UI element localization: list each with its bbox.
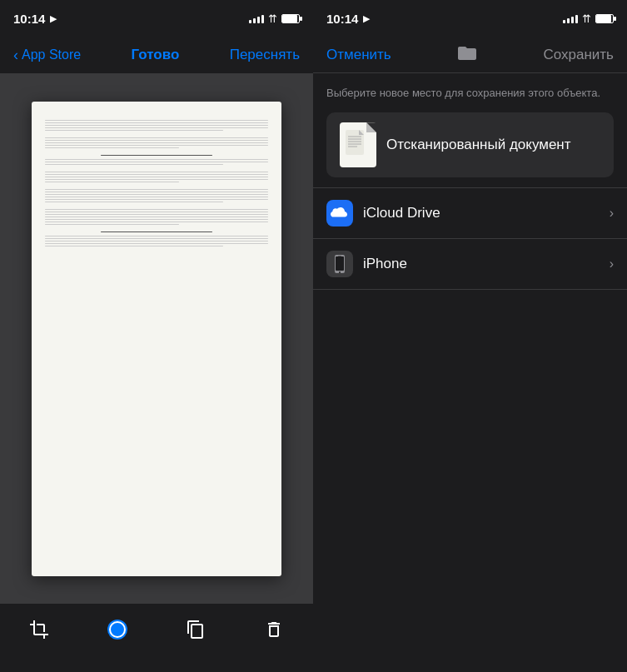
doc-line <box>45 212 268 212</box>
bar2 <box>567 18 570 23</box>
svg-point-13 <box>339 271 341 273</box>
icloud-drive-chevron-icon: › <box>610 206 614 221</box>
icloud-drive-icon <box>326 200 353 226</box>
doc-line <box>45 224 179 225</box>
scanned-doc-label: Отсканированный документ <box>386 137 571 153</box>
doc-line <box>45 197 268 197</box>
description-text: Выберите новое место для сохранения этог… <box>326 87 600 99</box>
description-area: Выберите новое место для сохранения этог… <box>313 73 627 109</box>
nav-center <box>458 45 476 64</box>
back-label: App Store <box>22 47 81 62</box>
duplicate-button[interactable] <box>177 611 214 648</box>
right-status-right: ⇈ <box>563 12 614 25</box>
iphone-left: iPhone <box>326 251 407 277</box>
doc-line <box>45 174 268 175</box>
doc-paragraph-5 <box>45 189 268 202</box>
doc-line <box>45 145 268 146</box>
icloud-drive-item[interactable]: iCloud Drive › <box>313 187 627 239</box>
right-status-left: 10:14 ▶ <box>326 12 370 26</box>
iphone-chevron-icon: › <box>610 256 614 271</box>
battery-icon <box>281 14 300 23</box>
storage-list: iCloud Drive › iPhone › <box>313 187 627 290</box>
ready-button[interactable]: Готово <box>131 47 179 63</box>
right-battery-icon <box>595 14 614 23</box>
cancel-button[interactable]: Отменить <box>326 47 391 63</box>
doc-line <box>45 238 268 239</box>
wifi-icon: ⇈ <box>268 12 277 25</box>
doc-paragraph-4 <box>45 172 268 182</box>
document-paper <box>32 102 281 576</box>
iphone-label: iPhone <box>363 256 407 272</box>
doc-paragraph-2 <box>45 137 268 148</box>
iphone-icon <box>326 251 353 277</box>
left-panel: 10:14 ▶ ⇈ ‹ App Store Готово Переснять <box>0 0 313 672</box>
doc-paragraph-6 <box>45 209 268 225</box>
svg-point-1 <box>110 622 125 637</box>
doc-line <box>45 194 268 195</box>
right-status-bar: 10:14 ▶ ⇈ <box>313 0 627 37</box>
delete-button[interactable] <box>256 611 292 648</box>
doc-line <box>45 222 268 222</box>
right-nav-bar: Отменить Сохранить <box>313 37 627 73</box>
doc-line <box>45 214 268 215</box>
doc-line <box>45 127 268 128</box>
icloud-drive-left: iCloud Drive <box>326 200 440 226</box>
doc-line <box>45 219 268 220</box>
svg-rect-12 <box>336 256 344 271</box>
doc-line <box>45 209 268 210</box>
doc-line <box>45 241 268 241</box>
move-button[interactable]: Переснять <box>230 47 300 63</box>
bar3 <box>257 17 260 23</box>
right-signal-arrow: ▶ <box>363 13 370 24</box>
doc-line <box>45 202 223 202</box>
signal-arrow: ▶ <box>50 13 57 24</box>
icloud-drive-label: iCloud Drive <box>363 205 440 222</box>
doc-paragraph-1 <box>45 120 268 131</box>
doc-line <box>45 172 268 172</box>
doc-line <box>101 231 212 232</box>
doc-line <box>45 179 268 180</box>
left-toolbar <box>0 604 313 672</box>
document-preview-area <box>0 73 313 604</box>
doc-line <box>45 147 179 148</box>
doc-line <box>45 243 268 244</box>
doc-line <box>45 122 268 123</box>
bar2 <box>253 18 256 23</box>
scanned-doc-icon <box>340 122 376 167</box>
iphone-item[interactable]: iPhone › <box>313 239 627 290</box>
doc-line <box>45 182 179 182</box>
doc-line <box>45 177 268 177</box>
doc-line <box>45 199 268 200</box>
doc-line <box>45 246 223 246</box>
scanned-doc-row: Отсканированный документ <box>326 112 614 177</box>
right-time: 10:14 <box>326 12 358 26</box>
signal-bars <box>249 13 264 23</box>
doc-paragraph-7 <box>45 236 268 246</box>
doc-line <box>45 164 223 165</box>
crop-button[interactable] <box>21 611 57 648</box>
doc-line <box>45 159 268 160</box>
doc-section-title-12 <box>45 231 268 232</box>
bar4 <box>575 15 578 23</box>
right-panel: 10:14 ▶ ⇈ Отменить С <box>313 0 627 672</box>
doc-line <box>45 137 268 138</box>
svg-rect-14 <box>338 256 341 256</box>
left-time: 10:14 <box>13 12 45 26</box>
doc-line <box>45 189 268 190</box>
scan-button[interactable] <box>99 611 136 648</box>
save-button[interactable]: Сохранить <box>544 47 614 63</box>
doc-line <box>45 120 268 121</box>
folder-icon <box>458 45 476 64</box>
bar4 <box>261 15 264 23</box>
status-right: ⇈ <box>249 12 300 25</box>
bar1 <box>249 20 251 23</box>
status-left: 10:14 ▶ <box>13 12 57 26</box>
back-button[interactable]: ‹ App Store <box>13 47 81 64</box>
doc-line <box>45 236 268 236</box>
left-nav-bar: ‹ App Store Готово Переснять <box>0 37 313 73</box>
doc-line <box>45 162 268 162</box>
doc-line <box>45 130 223 131</box>
bar1 <box>563 20 565 23</box>
right-bottom-space <box>313 290 627 672</box>
doc-line <box>101 155 212 156</box>
